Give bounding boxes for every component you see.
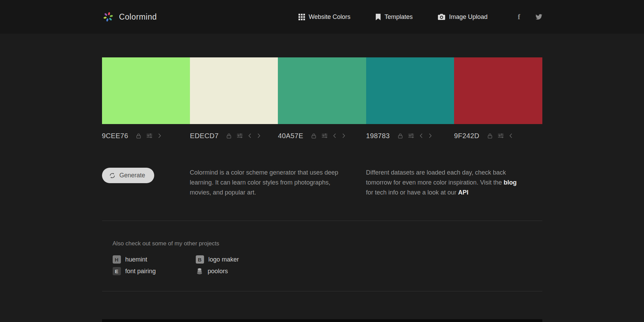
nav-website-colors[interactable]: Website Colors bbox=[298, 13, 351, 21]
nav-label: Templates bbox=[384, 13, 413, 21]
divider bbox=[102, 291, 542, 291]
chevron-left-icon[interactable] bbox=[333, 133, 336, 138]
brand-label: Colormind bbox=[119, 12, 157, 22]
color-palette bbox=[102, 57, 542, 124]
nav-label: Website Colors bbox=[309, 13, 351, 21]
chevron-left-icon[interactable] bbox=[420, 133, 423, 138]
nav-templates[interactable]: Templates bbox=[376, 13, 413, 21]
color-swatch-5[interactable] bbox=[454, 57, 542, 124]
description-col2-text1: Different datasets are loaded each day, … bbox=[366, 169, 506, 186]
sliders-icon[interactable] bbox=[498, 133, 504, 138]
blog-link[interactable]: blog bbox=[504, 179, 517, 186]
lock-icon[interactable] bbox=[227, 133, 231, 138]
description-col2-text2: for tech info or have a look at our bbox=[366, 189, 458, 196]
logo-maker-icon: B bbox=[196, 255, 204, 264]
color-swatch-3[interactable] bbox=[278, 57, 366, 124]
project-label: logo maker bbox=[208, 256, 239, 263]
colormind-logo-icon bbox=[102, 11, 114, 23]
lock-icon[interactable] bbox=[398, 133, 403, 138]
color-swatch-4[interactable] bbox=[366, 57, 454, 124]
sliders-icon[interactable] bbox=[408, 133, 414, 138]
swatch-controls-row: 9CEE76 EDECD7 40A57E 198783 9F2 bbox=[102, 131, 542, 141]
project-label: font pairing bbox=[125, 268, 156, 275]
poolors-icon bbox=[196, 267, 203, 275]
chevron-left-icon[interactable] bbox=[248, 133, 251, 138]
chevron-left-icon[interactable] bbox=[509, 133, 512, 138]
hex-label: 9F242D bbox=[454, 132, 479, 140]
info-row: Generate Colormind is a color scheme gen… bbox=[102, 168, 542, 198]
project-label: poolors bbox=[208, 268, 228, 275]
hex-label: 198783 bbox=[366, 132, 390, 140]
nav-label: Image Upload bbox=[449, 13, 487, 21]
chevron-right-icon[interactable] bbox=[257, 133, 260, 138]
hex-label: EDECD7 bbox=[190, 132, 219, 140]
generate-button[interactable]: Generate bbox=[102, 168, 154, 183]
huemint-icon: H bbox=[113, 255, 121, 264]
social-links: f bbox=[518, 13, 542, 21]
chevron-right-icon[interactable] bbox=[429, 133, 432, 138]
hex-label: 9CEE76 bbox=[102, 132, 128, 140]
project-link-huemint[interactable]: H huemint bbox=[113, 255, 196, 264]
sliders-icon[interactable] bbox=[237, 133, 242, 138]
color-swatch-1[interactable] bbox=[102, 57, 190, 124]
sliders-icon[interactable] bbox=[147, 133, 152, 138]
lock-icon[interactable] bbox=[136, 133, 141, 138]
swatch-controls-4: 198783 bbox=[366, 131, 454, 141]
footer-strip bbox=[102, 319, 542, 322]
main-content: 9CEE76 EDECD7 40A57E 198783 9F2 bbox=[102, 57, 542, 322]
brand[interactable]: Colormind bbox=[102, 11, 157, 23]
lock-icon[interactable] bbox=[312, 133, 316, 138]
project-link-font-pairing[interactable]: E font pairing bbox=[113, 266, 196, 276]
font-pairing-icon: E bbox=[113, 267, 121, 275]
projects-heading: Also check out some of my other projects bbox=[113, 240, 542, 247]
other-projects-section: Also check out some of my other projects… bbox=[102, 240, 542, 276]
twitter-icon[interactable] bbox=[535, 14, 542, 20]
project-link-poolors[interactable]: poolors bbox=[196, 266, 279, 276]
project-label: huemint bbox=[125, 256, 147, 263]
color-swatch-2[interactable] bbox=[190, 57, 278, 124]
chevron-right-icon[interactable] bbox=[342, 133, 345, 138]
refresh-icon bbox=[109, 173, 115, 179]
swatch-controls-1: 9CEE76 bbox=[102, 131, 190, 141]
hex-label: 40A57E bbox=[278, 132, 303, 140]
camera-icon bbox=[438, 14, 445, 20]
api-link[interactable]: API bbox=[458, 189, 468, 196]
projects-grid: H huemint B logo maker E font pairing po… bbox=[113, 255, 542, 276]
bookmark-icon bbox=[376, 14, 381, 20]
project-link-logo-maker[interactable]: B logo maker bbox=[196, 255, 279, 264]
chevron-right-icon[interactable] bbox=[158, 133, 161, 138]
grid-icon bbox=[298, 14, 305, 20]
swatch-controls-5: 9F242D bbox=[454, 131, 542, 141]
header: Colormind Website Colors Templates Image… bbox=[0, 0, 644, 34]
nav-image-upload[interactable]: Image Upload bbox=[438, 13, 487, 21]
generate-label: Generate bbox=[120, 172, 145, 179]
facebook-icon[interactable]: f bbox=[518, 13, 520, 21]
description-col2: Different datasets are loaded each day, … bbox=[366, 168, 542, 198]
main-nav: Website Colors Templates Image Upload f bbox=[298, 13, 542, 21]
swatch-controls-3: 40A57E bbox=[278, 131, 366, 141]
sliders-icon[interactable] bbox=[322, 133, 327, 138]
divider bbox=[102, 221, 542, 221]
swatch-controls-2: EDECD7 bbox=[190, 131, 278, 141]
generate-area: Generate bbox=[102, 168, 190, 183]
description-col1: Colormind is a color scheme generator th… bbox=[190, 168, 366, 198]
lock-icon[interactable] bbox=[488, 133, 492, 138]
